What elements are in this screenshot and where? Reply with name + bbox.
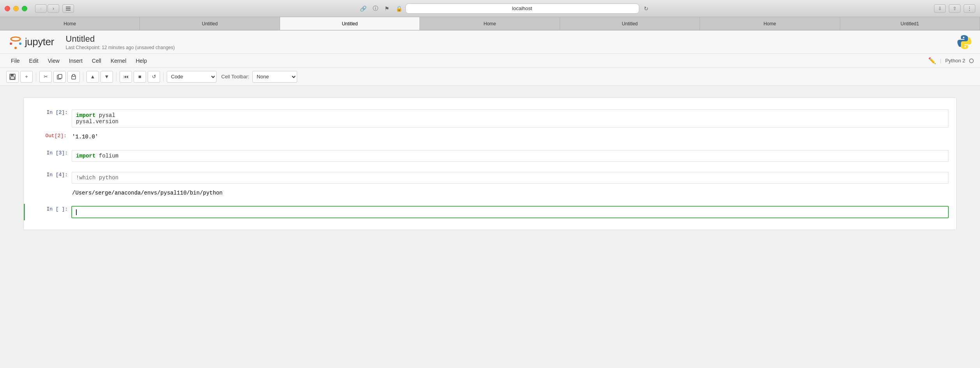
jupyter-header: jupyter Untitled Last Checkpoint: 12 min… — [0, 30, 980, 54]
kernel-status-circle — [969, 58, 974, 63]
url-bar-area: 🔗 ⓘ ⚑ 🔒 localhost ↻ — [82, 4, 926, 14]
jupyter-title-area: Untitled Last Checkpoint: 12 minutes ago… — [66, 34, 175, 50]
menu-help[interactable]: Help — [131, 55, 152, 66]
cell-1-prompt: In [2]: — [25, 110, 72, 115]
toolbar-separator-1 — [36, 72, 36, 81]
cell-3-prompt: In [4]: — [25, 172, 72, 178]
svg-rect-9 — [11, 77, 14, 79]
cell-toolbar-select[interactable]: None Edit Metadata — [252, 71, 297, 83]
tab-home-2[interactable]: Home — [420, 17, 560, 30]
tab-home-1[interactable]: Home — [0, 17, 140, 30]
back-button[interactable]: ‹ — [35, 4, 47, 13]
svg-point-4 — [10, 42, 12, 45]
jupyter-wordmark: jupyter — [25, 36, 54, 48]
cut-button[interactable]: ✂ — [39, 71, 52, 83]
cell-4-content[interactable] — [72, 206, 948, 218]
tab-home-3[interactable]: Home — [700, 17, 840, 30]
svg-point-6 — [14, 47, 17, 49]
cell-type-select[interactable]: Code Markdown Raw NBConvert Heading — [167, 71, 217, 83]
output-cell-1: Out[2]: '1.10.0' — [24, 131, 956, 142]
menu-file[interactable]: File — [6, 55, 25, 66]
cell-toolbar-label: Cell Toolbar: — [221, 74, 249, 80]
menu-kernel[interactable]: Kernel — [106, 55, 131, 66]
first-button[interactable]: ⏮ — [120, 71, 132, 83]
tab-untitled1[interactable]: Untitled1 — [840, 17, 980, 30]
menu-insert[interactable]: Insert — [64, 55, 87, 66]
svg-rect-2 — [66, 10, 71, 11]
kernel-label: Python 2 — [945, 58, 965, 64]
bookmark-icon[interactable]: ⚑ — [384, 5, 390, 12]
module-folium: folium — [95, 153, 118, 159]
move-up-button[interactable]: ▲ — [86, 71, 99, 83]
svg-rect-1 — [66, 8, 71, 9]
download-icon[interactable]: ⇩ — [934, 4, 946, 13]
copy-button[interactable] — [53, 71, 66, 83]
pencil-icon: ✏️ — [928, 57, 936, 64]
cell-2-content[interactable]: import folium — [72, 150, 948, 162]
python-logo — [957, 34, 972, 50]
tab-untitled-1[interactable]: Untitled — [140, 17, 280, 30]
bang-cmd: !which python — [76, 175, 118, 181]
cell-3: In [4]: !which python — [24, 170, 956, 186]
toolbar-separator-3 — [116, 72, 116, 81]
toolbar-separator-4 — [163, 72, 164, 81]
link-icon[interactable]: 🔗 — [360, 5, 367, 12]
cell-4: In [ ]: — [24, 204, 956, 220]
cell-4-prompt: In [ ]: — [25, 206, 72, 212]
svg-rect-0 — [66, 7, 71, 7]
reload-button[interactable]: ↻ — [644, 5, 649, 12]
paste-button[interactable] — [67, 71, 80, 83]
cell-3-content[interactable]: !which python — [72, 172, 948, 184]
share-icon[interactable]: ⇧ — [949, 4, 961, 13]
notebook-container: In [2]: import pysal pysal.version Out[2… — [23, 97, 957, 230]
browser-tabs: Home Untitled Untitled Home Untitled Hom… — [0, 17, 980, 30]
jupyter-logo: jupyter — [8, 34, 54, 50]
output-cell-3: /Users/serge/anaconda/envs/pysal110/bin/… — [24, 188, 956, 198]
shield-icon[interactable]: 🔒 — [396, 5, 402, 12]
output-1-content: '1.10.0' — [71, 133, 948, 141]
titlebar: ‹ › 🔗 ⓘ ⚑ 🔒 localhost ↻ ⇩ ⇧ — [0, 0, 980, 17]
sidebar-button[interactable] — [62, 4, 74, 13]
module-pysal: pysal — [99, 112, 115, 119]
tab-untitled-2[interactable]: Untitled — [280, 17, 420, 30]
menu-cell[interactable]: Cell — [87, 55, 106, 66]
jupyter-logo-icon — [8, 34, 23, 50]
main-content: In [2]: import pysal pysal.version Out[2… — [0, 86, 980, 368]
cell-1: In [2]: import pysal pysal.version — [24, 107, 956, 130]
traffic-lights — [5, 6, 27, 11]
info-icon[interactable]: ⓘ — [373, 5, 378, 12]
save-button[interactable] — [6, 71, 19, 83]
tab-untitled-3[interactable]: Untitled — [560, 17, 700, 30]
close-button[interactable] — [5, 6, 10, 11]
keyword-import-2: import — [76, 153, 95, 159]
svg-point-5 — [19, 42, 21, 45]
titlebar-right: ⇩ ⇧ ⋮ — [934, 4, 975, 13]
output-3-content: /Users/serge/anaconda/envs/pysal110/bin/… — [71, 189, 948, 197]
cell-2-prompt: In [3]: — [25, 150, 72, 156]
toolbar-separator-2 — [83, 72, 83, 81]
restart-button[interactable]: ↺ — [148, 71, 160, 83]
svg-rect-11 — [58, 74, 62, 78]
menu-view[interactable]: View — [43, 55, 64, 66]
fullscreen-button[interactable] — [22, 6, 27, 11]
add-cell-button[interactable]: + — [20, 71, 33, 83]
more-icon[interactable]: ⋮ — [964, 4, 975, 13]
svg-rect-13 — [72, 74, 75, 76]
forward-button[interactable]: › — [48, 4, 59, 13]
notebook-title[interactable]: Untitled — [66, 34, 175, 44]
cell-1-content[interactable]: import pysal pysal.version — [72, 110, 948, 127]
svg-point-3 — [11, 37, 20, 41]
pysal-version: pysal.version — [76, 119, 118, 125]
nav-buttons: ‹ › — [35, 4, 59, 13]
svg-rect-8 — [11, 74, 14, 76]
stop-button[interactable]: ■ — [134, 71, 146, 83]
move-down-button[interactable]: ▼ — [100, 71, 113, 83]
minimize-button[interactable] — [13, 6, 19, 11]
url-bar[interactable]: localhost — [405, 4, 639, 14]
menu-bar-right: ✏️ | Python 2 — [928, 57, 974, 64]
cursor — [76, 209, 77, 215]
url-icons: 🔗 ⓘ ⚑ 🔒 — [360, 5, 402, 12]
cell-2: In [3]: import folium — [24, 148, 956, 164]
output-1-prompt: Out[2]: — [24, 133, 71, 139]
menu-edit[interactable]: Edit — [25, 55, 43, 66]
